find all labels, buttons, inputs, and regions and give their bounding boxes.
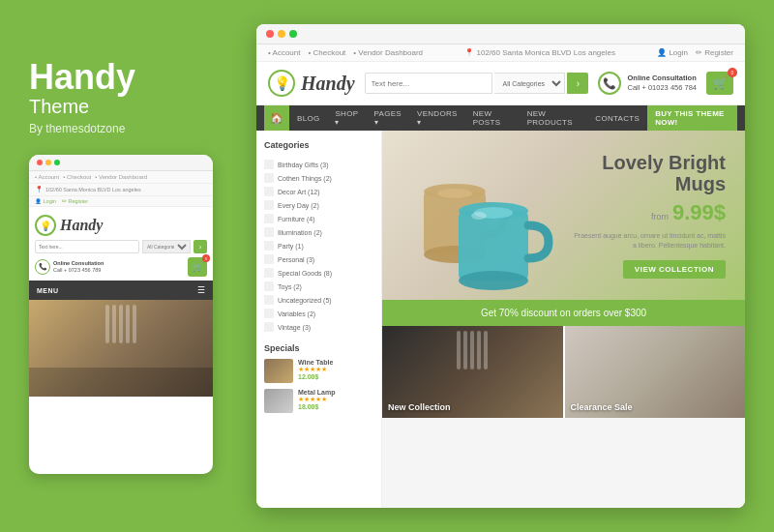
desktop-nav-pages[interactable]: PAGES ▾ [367, 105, 409, 131]
desktop-vendor-link[interactable]: • Vendor Dashboard [353, 48, 423, 57]
desktop-nav-new-posts[interactable]: NEW POSTS [465, 105, 520, 131]
svg-point-8 [471, 212, 487, 220]
desktop-nav-vendors[interactable]: VENDORS ▾ [409, 105, 465, 131]
hero-price: 9.99$ [672, 200, 726, 225]
desktop-mockup: • Account • Checkout • Vendor Dashboard … [256, 24, 745, 508]
desktop-dot-yellow [278, 30, 285, 38]
desktop-nav-new-products[interactable]: NEW PRODUCTS [520, 105, 588, 131]
category-icon [264, 227, 274, 237]
hero-from-label: from [651, 212, 669, 222]
category-icon [264, 187, 274, 196]
desktop-search-input[interactable] [365, 73, 493, 94]
desktop-login-link[interactable]: 👤 Login [657, 48, 688, 57]
new-collection-label: New Collection [388, 402, 451, 412]
desktop-browser-chrome [256, 24, 745, 44]
category-icon [264, 160, 274, 169]
desktop-search-select[interactable]: All Categories [494, 73, 565, 94]
sidebar-cat-everyday[interactable]: Every Day (2) [264, 198, 373, 212]
special-item-metal-lamp[interactable]: Metal Lamp ★★★★★ 18.00$ [264, 389, 373, 413]
category-icon [264, 254, 274, 264]
sidebar-cat-variables[interactable]: Variables (2) [264, 307, 373, 320]
sidebar-cat-special[interactable]: Special Goods (8) [264, 266, 373, 280]
desktop-account-link[interactable]: • Account [268, 48, 301, 57]
mobile-nav-links: • Account • Checkout • Vendor Dashboard [29, 171, 213, 184]
special-item-text: Wine Table ★★★★★ 12.00$ [298, 359, 333, 383]
desktop-logo-text: Handy [301, 73, 355, 95]
mobile-logo-text: Handy [60, 217, 103, 234]
mugs-svg [392, 138, 566, 293]
sidebar-cat-party[interactable]: Party (1) [264, 239, 373, 252]
desktop-logo-icon: 💡 [268, 70, 295, 97]
mobile-search-select[interactable]: All Categories [142, 240, 191, 253]
category-icon [264, 322, 274, 332]
mobile-account-link[interactable]: • Account [35, 174, 59, 180]
sidebar-cat-personal[interactable]: Personal (3) [264, 252, 373, 266]
category-icon [264, 173, 274, 183]
sidebar-cat-decor[interactable]: Decor Art (12) [264, 185, 373, 198]
hero-text: Lovely BrightMugs from 9.99$ Praesent au… [571, 152, 726, 279]
bottom-image-new-collection[interactable]: New Collection [382, 326, 563, 418]
special-item-wine-table[interactable]: Wine Table ★★★★★ 12.00$ [264, 359, 373, 383]
view-collection-button[interactable]: VIEW COLLECTION [623, 260, 726, 279]
category-icon [264, 200, 274, 210]
desktop-nav-contacts[interactable]: CONTACTS [587, 105, 647, 131]
mobile-checkout-link[interactable]: • Checkout [63, 174, 91, 180]
desktop-cart-badge: 0 [728, 68, 737, 77]
desktop-search-button[interactable]: › [567, 73, 588, 94]
theme-title: Handy [29, 58, 242, 97]
category-icon [264, 214, 274, 223]
mobile-menu-label: MENU [37, 287, 59, 294]
sidebar-cat-illumination[interactable]: Illumination (2) [264, 225, 373, 239]
promo-banner: Get 70% discount on orders over $300 [382, 300, 745, 326]
sidebar-cat-vintage[interactable]: Vintage (3) [264, 320, 373, 334]
desktop-nav-blog[interactable]: BLOG [289, 105, 327, 131]
svg-rect-5 [459, 211, 528, 281]
hero-section: Lovely BrightMugs from 9.99$ Praesent au… [382, 131, 745, 300]
desktop-nav-shop[interactable]: SHOP ▾ [327, 105, 366, 131]
mobile-register-link[interactable]: ✏ Register [62, 198, 88, 204]
categories-title: Categories [264, 140, 373, 150]
mobile-login-row: 👤 Login ✏ Register [29, 196, 213, 207]
cutlery-piece [477, 331, 481, 369]
bottom-image-clearance-sale[interactable]: Clearance Sale [563, 326, 746, 418]
desktop-phone-area: 📞 Online Consultation Call + 01023 456 7… [598, 72, 697, 95]
mobile-consult-info: 📞 Online Consultation Call + 0723 456 78… [35, 259, 104, 275]
special-item-image [264, 389, 293, 413]
category-icon [264, 309, 274, 318]
mobile-login-link[interactable]: 👤 Login [35, 198, 56, 204]
cutlery-piece [484, 331, 488, 369]
desktop-register-link[interactable]: ✏ Register [696, 48, 733, 57]
mobile-address: 📍 102/60 Santa Monica BLVD Los angeles [29, 184, 213, 196]
desktop-header-main: 💡 Handy All Categories › 📞 Online Consul… [256, 62, 745, 105]
desktop-header-top: • Account • Checkout • Vendor Dashboard … [256, 44, 745, 62]
special-item-text: Metal Lamp ★★★★★ 18.00$ [298, 389, 336, 413]
desktop-cart-button[interactable]: 🛒 0 [706, 72, 733, 95]
desktop-top-nav: • Account • Checkout • Vendor Dashboard [268, 48, 423, 57]
mobile-cart-button[interactable]: 🛒 0 [188, 257, 207, 277]
desktop-phone-icon: 📞 [598, 72, 621, 95]
desktop-search-area: All Categories › [365, 73, 589, 94]
desktop-content: Categories Birthday Gifts (3) Cothen Thi… [256, 131, 745, 508]
sidebar-cat-toys[interactable]: Toys (2) [264, 280, 373, 293]
special-item-image [264, 359, 293, 383]
desktop-nav-buy[interactable]: BUY THIS THEME NOW! [647, 105, 737, 131]
category-icon [264, 241, 274, 251]
sidebar-cat-furniture[interactable]: Furniture (4) [264, 212, 373, 225]
sidebar-cat-cothen[interactable]: Cothen Things (2) [264, 171, 373, 185]
specials-title: Specials [264, 343, 373, 353]
mobile-dot-yellow [45, 160, 51, 165]
mobile-vendor-link[interactable]: • Vendor Dashboard [95, 174, 147, 180]
desktop-sidebar: Categories Birthday Gifts (3) Cothen Thi… [256, 131, 382, 508]
mobile-hamburger-icon: ☰ [197, 285, 205, 295]
mobile-search-button[interactable]: › [194, 240, 207, 253]
bottom-images-row: New Collection Clearance Sale [382, 326, 745, 418]
mobile-search-row: All Categories › [29, 240, 213, 257]
mobile-menu-bar[interactable]: MENU ☰ [29, 281, 213, 300]
cutlery-piece [463, 331, 467, 369]
sidebar-cat-birthday[interactable]: Birthday Gifts (3) [264, 158, 373, 171]
sidebar-cat-uncategorized[interactable]: Uncategorized (5) [264, 293, 373, 307]
mobile-logo-row: 💡 Handy [29, 207, 213, 240]
desktop-nav-home[interactable]: 🏠 [264, 105, 289, 131]
desktop-checkout-link[interactable]: • Checkout [309, 48, 346, 57]
mobile-search-input[interactable] [35, 240, 139, 253]
